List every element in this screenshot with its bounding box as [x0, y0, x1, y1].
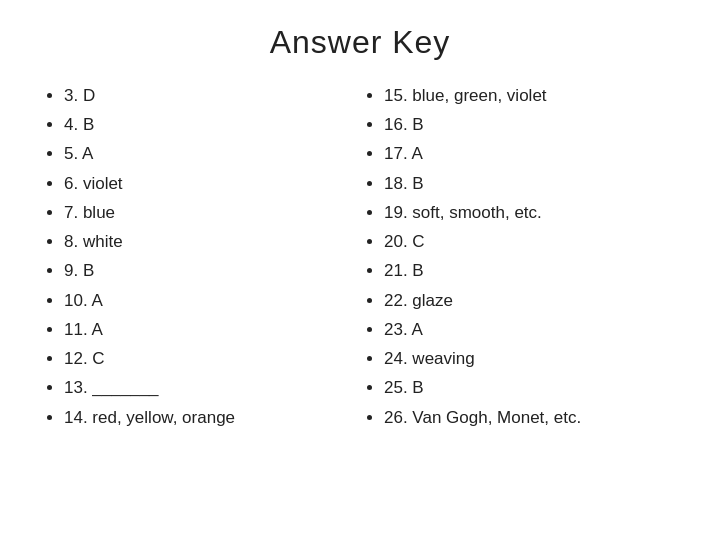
list-item: 14. red, yellow, orange — [64, 403, 360, 432]
list-item: 18. B — [384, 169, 680, 198]
list-item: 23. A — [384, 315, 680, 344]
page: Answer Key 3. D4. B5. A6. violet7. blue8… — [0, 0, 720, 540]
list-item: 13. _______ — [64, 373, 360, 402]
list-item: 3. D — [64, 81, 360, 110]
list-item: 26. Van Gogh, Monet, etc. — [384, 403, 680, 432]
right-column: 15. blue, green, violet16. B17. A18. B19… — [360, 81, 680, 516]
list-item: 5. A — [64, 139, 360, 168]
list-item: 6. violet — [64, 169, 360, 198]
list-item: 16. B — [384, 110, 680, 139]
list-item: 19. soft, smooth, etc. — [384, 198, 680, 227]
page-title: Answer Key — [40, 24, 680, 61]
left-list: 3. D4. B5. A6. violet7. blue8. white9. B… — [40, 81, 360, 432]
list-item: 25. B — [384, 373, 680, 402]
list-item: 12. C — [64, 344, 360, 373]
list-item: 17. A — [384, 139, 680, 168]
columns: 3. D4. B5. A6. violet7. blue8. white9. B… — [40, 81, 680, 516]
list-item: 8. white — [64, 227, 360, 256]
list-item: 9. B — [64, 256, 360, 285]
list-item: 15. blue, green, violet — [384, 81, 680, 110]
list-item: 7. blue — [64, 198, 360, 227]
list-item: 21. B — [384, 256, 680, 285]
list-item: 4. B — [64, 110, 360, 139]
right-list: 15. blue, green, violet16. B17. A18. B19… — [360, 81, 680, 432]
list-item: 22. glaze — [384, 286, 680, 315]
list-item: 20. C — [384, 227, 680, 256]
list-item: 11. A — [64, 315, 360, 344]
left-column: 3. D4. B5. A6. violet7. blue8. white9. B… — [40, 81, 360, 516]
list-item: 10. A — [64, 286, 360, 315]
list-item: 24. weaving — [384, 344, 680, 373]
